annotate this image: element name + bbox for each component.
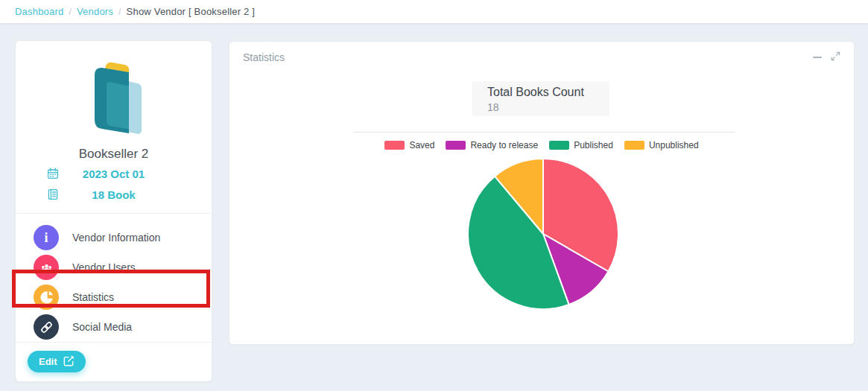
calendar-icon	[47, 168, 59, 182]
book-logo	[77, 57, 151, 139]
vendor-books-row: 18 Book	[16, 186, 212, 203]
legend-label: Published	[574, 140, 613, 150]
breadcrumb-vendors[interactable]: Vendors	[77, 6, 113, 17]
breadcrumb-separator: /	[118, 7, 121, 17]
legend-label: Unpublished	[649, 140, 699, 150]
vendor-card-footer: Edit	[16, 342, 212, 381]
menu-item-vendor-information[interactable]: i Vendor Information	[16, 223, 212, 252]
users-icon	[34, 255, 59, 280]
legend-marker	[549, 141, 569, 150]
breadcrumb-current: Show Vendor [ Bookseller 2 ]	[127, 6, 256, 17]
legend-marker	[446, 141, 466, 150]
legend-item-unpublished[interactable]: Unpublished	[624, 140, 699, 150]
info-icon: i	[34, 225, 59, 250]
legend-label: Ready to release	[470, 140, 538, 150]
menu-item-label: Statistics	[72, 291, 114, 303]
legend-label: Saved	[409, 140, 434, 150]
legend-item-published[interactable]: Published	[549, 140, 613, 150]
vendor-book-count: 18 Book	[92, 188, 135, 201]
pie-chart[interactable]	[466, 156, 621, 311]
link-icon	[34, 314, 59, 340]
legend-marker	[384, 141, 405, 150]
chart-legend: Saved Ready to release Published Unpubli…	[229, 140, 854, 150]
pie-chart-container	[466, 156, 621, 311]
menu-item-vendor-users[interactable]: Vendor Users	[16, 252, 212, 282]
breadcrumb: Dashboard / Vendors / Show Vendor [ Book…	[0, 0, 868, 23]
expand-icon[interactable]	[831, 51, 840, 64]
vendor-profile: Bookseller 2 2023 Oct 01	[16, 41, 212, 214]
minimize-icon[interactable]	[813, 57, 822, 58]
legend-item-saved[interactable]: Saved	[384, 140, 434, 150]
menu-item-label: Vendor Users	[72, 261, 136, 273]
pie-chart-icon	[34, 284, 59, 310]
menu-item-label: Vendor Information	[72, 232, 160, 244]
legend-marker	[624, 141, 644, 150]
vendor-date-row: 2023 Oct 01	[16, 165, 212, 182]
breadcrumb-separator: /	[69, 7, 72, 17]
panel-title: Statistics	[243, 51, 285, 63]
menu-item-statistics[interactable]: Statistics	[16, 282, 212, 312]
books-icon	[47, 188, 59, 203]
menu-item-social-media[interactable]: Social Media	[16, 312, 212, 342]
vendor-name: Bookseller 2	[16, 147, 212, 162]
show-vendor-page: Dashboard / Vendors / Show Vendor [ Book…	[0, 0, 868, 391]
summary-label: Total Books Count	[487, 86, 609, 99]
vendor-registered-date: 2023 Oct 01	[83, 168, 145, 180]
total-books-summary: Total Books Count 18	[472, 81, 609, 116]
edit-icon	[63, 355, 75, 369]
vendor-menu: i Vendor Information Vendor Users	[16, 214, 212, 351]
chart-divider	[353, 132, 735, 133]
panel-actions	[813, 51, 840, 64]
edit-button-label: Edit	[39, 356, 57, 367]
edit-button[interactable]: Edit	[28, 351, 86, 372]
menu-item-label: Social Media	[72, 321, 132, 333]
vendor-summary-card: Bookseller 2 2023 Oct 01	[15, 40, 212, 382]
breadcrumb-dashboard[interactable]: Dashboard	[15, 6, 63, 17]
statistics-panel: Statistics Total Books Count 18 Saved R	[229, 41, 855, 345]
legend-item-ready-to-release[interactable]: Ready to release	[446, 140, 538, 150]
summary-value: 18	[487, 101, 609, 113]
